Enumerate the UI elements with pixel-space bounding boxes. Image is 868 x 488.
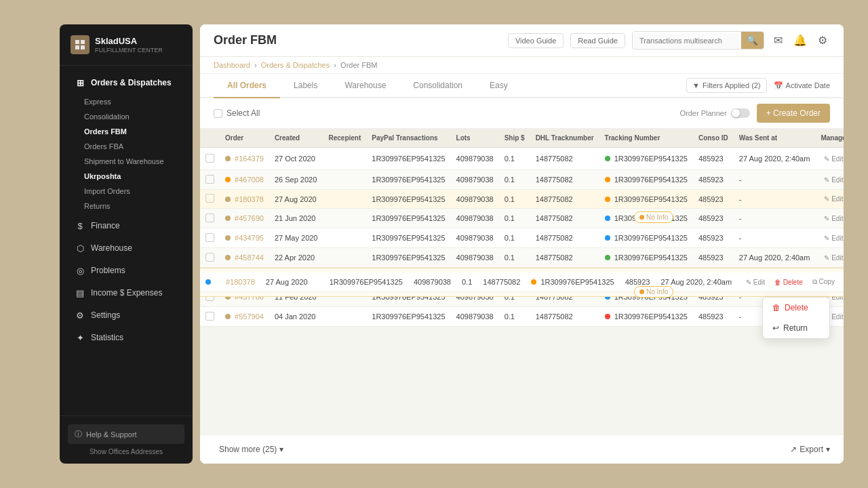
messages-icon[interactable]: ✉ xyxy=(771,31,785,49)
nav-warehouse-label: Warehouse xyxy=(91,243,132,253)
sidebar-subitem-consolidation[interactable]: Consolidation xyxy=(60,109,193,124)
paypal-cell: 1R309976EP9541325 xyxy=(366,170,450,190)
edit-btn[interactable]: ✎ Edit xyxy=(821,253,844,263)
breadcrumb-orders-dispatches[interactable]: Orders & Dispatches xyxy=(261,61,330,69)
edit-btn[interactable]: ✎ Edit xyxy=(821,175,844,185)
select-all-checkbox[interactable]: Select All xyxy=(214,108,260,118)
toolbar: Select All Order Planner + Create Order xyxy=(200,98,844,129)
filters-button[interactable]: ▼ Filters Applied (2) xyxy=(686,78,766,93)
order-link[interactable]: #164379 xyxy=(235,155,264,163)
col-dhl: DHL Tracknumber xyxy=(530,129,599,148)
sidebar-subitem-shipment[interactable]: Shipment to Warehouse xyxy=(60,154,193,169)
search-input[interactable] xyxy=(633,33,741,48)
wallet-icon: ▤ xyxy=(75,287,85,298)
row-checkbox[interactable] xyxy=(205,312,214,321)
table-row: #467008 26 Sep 2020 1R309976EP9541325 40… xyxy=(200,170,844,190)
row-checkbox[interactable] xyxy=(205,154,214,163)
order-id-cell: #180378 xyxy=(220,190,269,209)
tabs: All Orders Labels Warehouse Consolidatio… xyxy=(214,74,521,97)
paypal-cell: 1R309976EP9541325 xyxy=(366,148,450,170)
order-link[interactable]: #557904 xyxy=(235,312,264,321)
action-buttons: ✎ Edit 🗑 Delete ⧉ Copy xyxy=(821,174,844,185)
row-checkbox[interactable] xyxy=(205,233,214,242)
sidebar-item-warehouse[interactable]: ⬡ Warehouse xyxy=(64,237,189,259)
user-settings-icon[interactable]: ⚙ xyxy=(815,31,830,49)
recipient-cell xyxy=(323,248,367,268)
logo-area: SkladUSA FULFILLMENT CENTER xyxy=(60,24,193,66)
sidebar-item-problems[interactable]: ◎ Problems xyxy=(64,260,189,281)
order-link[interactable]: #467008 xyxy=(235,176,264,184)
row-checkbox[interactable] xyxy=(205,194,214,203)
sidebar-subitem-returns[interactable]: Returns xyxy=(60,199,193,214)
sidebar-subitem-ukrposhta[interactable]: Ukrposhta xyxy=(60,169,193,184)
edit-btn[interactable]: ✎ Edit xyxy=(821,233,844,243)
order-planner-toggle[interactable] xyxy=(731,108,750,118)
sidebar-item-orders-dispatches[interactable]: ⊞ Orders & Dispatches xyxy=(64,72,189,94)
sidebar-item-settings[interactable]: ⚙ Settings xyxy=(64,304,189,326)
breadcrumb-current: Order FBM xyxy=(340,61,377,69)
dropdown-delete[interactable]: 🗑 Delete xyxy=(763,298,829,318)
paypal-cell: 1R309976EP9541325 xyxy=(366,248,450,268)
sidebar-item-income-expenses[interactable]: ▤ Income $ Expenses xyxy=(64,282,189,304)
read-guide-button[interactable]: Read Guide xyxy=(570,33,625,48)
search-button[interactable]: 🔍 xyxy=(741,32,764,49)
sidebar-footer: ⓘ Help & Support Show Offices Addresses xyxy=(60,415,193,464)
lots-cell: 409879038 xyxy=(451,307,499,327)
help-icon: ⓘ xyxy=(75,429,82,439)
return-icon: ↩ xyxy=(772,323,779,333)
sidebar-subitem-orders-fba[interactable]: Orders FBA xyxy=(60,139,193,154)
order-planner-label: Order Planner xyxy=(680,109,727,117)
ship-cell: 0.1 xyxy=(499,209,530,228)
tab-labels[interactable]: Labels xyxy=(280,74,331,98)
row-checkbox[interactable] xyxy=(205,175,214,184)
search-box: 🔍 xyxy=(632,31,764,49)
video-guide-button[interactable]: Video Guide xyxy=(508,33,564,48)
tab-all-orders[interactable]: All Orders xyxy=(214,74,280,98)
edit-expanded-btn[interactable]: ✎ Edit xyxy=(743,277,768,287)
sent-at-cell: 27 Aug 2020, 2:40am xyxy=(734,248,816,268)
table-row: #458744 22 Apr 2020 1R309976EP9541325 40… xyxy=(200,248,844,268)
main-content: Order FBM Video Guide Read Guide 🔍 ✉ 🔔 ⚙… xyxy=(200,24,844,464)
breadcrumb-dashboard[interactable]: Dashboard xyxy=(214,61,250,69)
order-link[interactable]: #434795 xyxy=(235,234,264,242)
row-checkbox[interactable] xyxy=(205,214,214,222)
row-checkbox[interactable] xyxy=(205,253,214,262)
copy-expanded-btn[interactable]: ⧉ Copy xyxy=(809,277,838,287)
edit-draft-btn[interactable]: ✎ Edit Draft xyxy=(821,194,844,204)
sidebar-subitem-import-orders[interactable]: Import Orders xyxy=(60,184,193,199)
table-container: Order Created Recepient PayPal Transacti… xyxy=(200,129,844,434)
tab-warehouse[interactable]: Warehouse xyxy=(331,74,399,98)
export-button[interactable]: ↗ Export ▾ xyxy=(790,445,830,454)
select-all-check[interactable] xyxy=(214,109,222,118)
nav-statistics-label: Statistics xyxy=(91,333,123,342)
show-offices-link[interactable]: Show Offices Addresses xyxy=(68,448,184,455)
order-link[interactable]: #458744 xyxy=(235,253,264,262)
recipient-cell xyxy=(323,190,367,209)
sidebar-item-finance[interactable]: $ Finance xyxy=(64,215,189,237)
dropdown-return[interactable]: ↩ Return xyxy=(763,318,829,338)
tab-easy[interactable]: Easy xyxy=(476,74,521,98)
sidebar-item-statistics[interactable]: ✦ Statistics xyxy=(64,327,189,348)
order-link[interactable]: #180378 xyxy=(235,195,264,203)
order-planner: Order Planner xyxy=(680,108,750,118)
conso-cell: 485923 xyxy=(693,209,734,228)
nav-section-orders: ⊞ Orders & Dispatches Express Consolidat… xyxy=(60,72,193,214)
order-link[interactable]: #457690 xyxy=(235,214,264,222)
dollar-icon: $ xyxy=(75,220,85,231)
edit-btn[interactable]: ✎ Edit xyxy=(821,214,844,224)
create-order-button[interactable]: + Create Order xyxy=(757,104,830,123)
calendar-icon: 📅 xyxy=(774,81,783,90)
filters-label: Filters Applied (2) xyxy=(703,81,761,89)
edit-btn[interactable]: ✎ Edit xyxy=(821,154,844,164)
delete-expanded-btn[interactable]: 🗑 Delete xyxy=(771,277,806,287)
warehouse-icon: ⬡ xyxy=(75,243,85,253)
help-support-button[interactable]: ⓘ Help & Support xyxy=(68,424,184,444)
sidebar-subitem-express[interactable]: Express xyxy=(60,94,193,109)
nav-orders-label: Orders & Dispatches xyxy=(91,78,172,87)
activate-date-button[interactable]: 📅 Activate Date xyxy=(774,81,830,90)
show-more-button[interactable]: Show more (25) ▾ xyxy=(214,442,289,457)
notifications-icon[interactable]: 🔔 xyxy=(791,31,810,49)
tab-consolidation[interactable]: Consolidation xyxy=(399,74,476,98)
sidebar-subitem-orders-fbm[interactable]: Orders FBM xyxy=(60,124,193,139)
created-cell: 22 Apr 2020 xyxy=(269,248,323,268)
